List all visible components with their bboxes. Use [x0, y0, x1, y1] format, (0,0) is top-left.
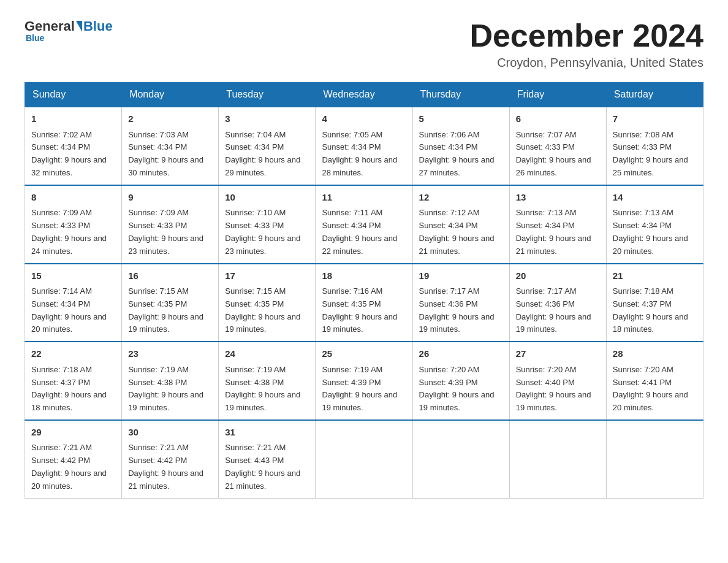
day-number: 15: [31, 269, 115, 283]
day-info: Sunrise: 7:21 AM Sunset: 4:43 PM Dayligh…: [225, 442, 309, 492]
day-info: Sunrise: 7:20 AM Sunset: 4:40 PM Dayligh…: [516, 364, 600, 415]
day-number: 28: [613, 347, 697, 361]
week-row-4: 22 Sunrise: 7:18 AM Sunset: 4:37 PM Dayl…: [25, 342, 703, 420]
daylight-label: Daylight: 9 hours and 25 minutes.: [613, 155, 688, 177]
day-info: Sunrise: 7:13 AM Sunset: 4:34 PM Dayligh…: [613, 207, 697, 258]
day-info: Sunrise: 7:19 AM Sunset: 4:38 PM Dayligh…: [128, 364, 212, 415]
day-number: 11: [322, 191, 406, 205]
day-number: 22: [31, 347, 115, 361]
day-number: 25: [322, 347, 406, 361]
calendar-cell: 31 Sunrise: 7:21 AM Sunset: 4:43 PM Dayl…: [219, 420, 316, 498]
sunrise-label: Sunrise: 7:09 AM: [31, 208, 92, 217]
sunset-label: Sunset: 4:37 PM: [613, 299, 672, 308]
calendar-cell: 30 Sunrise: 7:21 AM Sunset: 4:42 PM Dayl…: [122, 420, 219, 498]
sunset-label: Sunset: 4:42 PM: [128, 456, 187, 465]
sunrise-label: Sunrise: 7:19 AM: [128, 365, 189, 374]
day-info: Sunrise: 7:09 AM Sunset: 4:33 PM Dayligh…: [31, 207, 115, 258]
daylight-label: Daylight: 9 hours and 20 minutes.: [31, 312, 107, 334]
daylight-label: Daylight: 9 hours and 22 minutes.: [322, 234, 397, 256]
daylight-label: Daylight: 9 hours and 30 minutes.: [128, 155, 203, 177]
header-wednesday: Wednesday: [316, 83, 412, 107]
day-number: 14: [613, 191, 697, 205]
calendar-cell: 14 Sunrise: 7:13 AM Sunset: 4:34 PM Dayl…: [606, 185, 703, 264]
week-row-5: 29 Sunrise: 7:21 AM Sunset: 4:42 PM Dayl…: [25, 420, 703, 498]
calendar-cell: 25 Sunrise: 7:19 AM Sunset: 4:39 PM Dayl…: [316, 342, 412, 420]
sunset-label: Sunset: 4:33 PM: [516, 142, 575, 151]
header-tuesday: Tuesday: [219, 83, 316, 107]
day-info: Sunrise: 7:09 AM Sunset: 4:33 PM Dayligh…: [128, 207, 212, 258]
daylight-label: Daylight: 9 hours and 21 minutes.: [516, 234, 591, 256]
week-row-1: 1 Sunrise: 7:02 AM Sunset: 4:34 PM Dayli…: [25, 107, 703, 185]
daylight-label: Daylight: 9 hours and 21 minutes.: [128, 469, 203, 491]
sunset-label: Sunset: 4:38 PM: [225, 378, 284, 387]
calendar-cell: 9 Sunrise: 7:09 AM Sunset: 4:33 PM Dayli…: [122, 185, 219, 264]
daylight-label: Daylight: 9 hours and 21 minutes.: [225, 469, 300, 491]
day-info: Sunrise: 7:14 AM Sunset: 4:34 PM Dayligh…: [31, 285, 115, 336]
header-thursday: Thursday: [412, 83, 509, 107]
daylight-label: Daylight: 9 hours and 19 minutes.: [322, 312, 397, 334]
sunset-label: Sunset: 4:33 PM: [225, 221, 284, 230]
sunrise-label: Sunrise: 7:19 AM: [225, 365, 286, 374]
day-info: Sunrise: 7:15 AM Sunset: 4:35 PM Dayligh…: [128, 285, 212, 336]
daylight-label: Daylight: 9 hours and 19 minutes.: [128, 390, 203, 412]
sunrise-label: Sunrise: 7:05 AM: [322, 130, 382, 139]
day-info: Sunrise: 7:17 AM Sunset: 4:36 PM Dayligh…: [419, 285, 503, 336]
day-info: Sunrise: 7:08 AM Sunset: 4:33 PM Dayligh…: [613, 129, 697, 180]
day-number: 7: [613, 112, 697, 126]
day-number: 20: [516, 269, 600, 283]
calendar-cell: 18 Sunrise: 7:16 AM Sunset: 4:35 PM Dayl…: [316, 264, 412, 342]
calendar-cell: 19 Sunrise: 7:17 AM Sunset: 4:36 PM Dayl…: [412, 264, 509, 342]
sunset-label: Sunset: 4:39 PM: [419, 378, 478, 387]
sunrise-label: Sunrise: 7:15 AM: [225, 286, 286, 296]
day-info: Sunrise: 7:15 AM Sunset: 4:35 PM Dayligh…: [225, 285, 309, 336]
day-info: Sunrise: 7:07 AM Sunset: 4:33 PM Dayligh…: [516, 129, 600, 180]
sunrise-label: Sunrise: 7:20 AM: [613, 365, 673, 374]
logo-blue-text: Blue: [83, 18, 113, 34]
day-info: Sunrise: 7:10 AM Sunset: 4:33 PM Dayligh…: [225, 207, 309, 258]
daylight-label: Daylight: 9 hours and 19 minutes.: [225, 312, 300, 334]
day-number: 19: [419, 269, 503, 283]
calendar-cell: 17 Sunrise: 7:15 AM Sunset: 4:35 PM Dayl…: [219, 264, 316, 342]
sunset-label: Sunset: 4:38 PM: [128, 378, 187, 387]
day-info: Sunrise: 7:05 AM Sunset: 4:34 PM Dayligh…: [322, 129, 406, 180]
daylight-label: Daylight: 9 hours and 19 minutes.: [225, 390, 300, 412]
day-number: 30: [128, 426, 212, 440]
calendar-cell: [509, 420, 606, 498]
week-row-2: 8 Sunrise: 7:09 AM Sunset: 4:33 PM Dayli…: [25, 185, 703, 264]
calendar-cell: 5 Sunrise: 7:06 AM Sunset: 4:34 PM Dayli…: [412, 107, 509, 185]
header-monday: Monday: [122, 83, 219, 107]
sunset-label: Sunset: 4:33 PM: [613, 142, 672, 151]
day-info: Sunrise: 7:20 AM Sunset: 4:39 PM Dayligh…: [419, 364, 503, 415]
daylight-label: Daylight: 9 hours and 24 minutes.: [31, 234, 107, 256]
calendar-cell: 23 Sunrise: 7:19 AM Sunset: 4:38 PM Dayl…: [122, 342, 219, 420]
sunrise-label: Sunrise: 7:14 AM: [31, 286, 92, 296]
daylight-label: Daylight: 9 hours and 20 minutes.: [31, 469, 107, 491]
logo-underline: Blue: [26, 33, 44, 43]
day-number: 10: [225, 191, 309, 205]
sunset-label: Sunset: 4:34 PM: [516, 221, 575, 230]
sunset-label: Sunset: 4:41 PM: [613, 378, 672, 387]
day-number: 8: [31, 191, 115, 205]
sunset-label: Sunset: 4:43 PM: [225, 456, 284, 465]
day-info: Sunrise: 7:18 AM Sunset: 4:37 PM Dayligh…: [613, 285, 697, 336]
sunrise-label: Sunrise: 7:17 AM: [419, 286, 480, 296]
title-area: December 2024 Croydon, Pennsylvania, Uni…: [469, 18, 703, 70]
sunset-label: Sunset: 4:33 PM: [128, 221, 187, 230]
sunset-label: Sunset: 4:34 PM: [419, 142, 478, 151]
sunrise-label: Sunrise: 7:18 AM: [31, 365, 92, 374]
sunset-label: Sunset: 4:34 PM: [322, 221, 381, 230]
calendar-cell: 16 Sunrise: 7:15 AM Sunset: 4:35 PM Dayl…: [122, 264, 219, 342]
month-title: December 2024: [469, 18, 703, 53]
calendar-cell: 12 Sunrise: 7:12 AM Sunset: 4:34 PM Dayl…: [412, 185, 509, 264]
sunset-label: Sunset: 4:34 PM: [613, 221, 672, 230]
sunset-label: Sunset: 4:34 PM: [322, 142, 381, 151]
sunrise-label: Sunrise: 7:16 AM: [322, 286, 382, 296]
sunrise-label: Sunrise: 7:13 AM: [613, 208, 673, 217]
daylight-label: Daylight: 9 hours and 19 minutes.: [419, 390, 495, 412]
daylight-label: Daylight: 9 hours and 19 minutes.: [516, 390, 591, 412]
sunset-label: Sunset: 4:34 PM: [31, 299, 90, 308]
day-info: Sunrise: 7:21 AM Sunset: 4:42 PM Dayligh…: [31, 442, 115, 492]
day-number: 2: [128, 112, 212, 126]
day-info: Sunrise: 7:20 AM Sunset: 4:41 PM Dayligh…: [613, 364, 697, 415]
sunset-label: Sunset: 4:34 PM: [225, 142, 284, 151]
